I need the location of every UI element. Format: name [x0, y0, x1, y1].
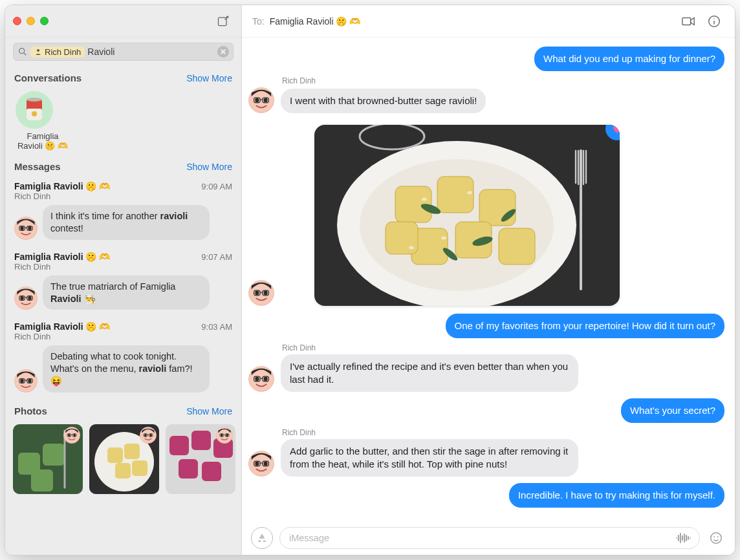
fullscreen-window-button[interactable]: [40, 17, 49, 25]
svg-point-51: [37, 49, 39, 52]
photo-result[interactable]: [89, 424, 159, 494]
message-time: 9:07 AM: [201, 252, 232, 262]
close-window-button[interactable]: [13, 17, 21, 25]
conversation-header: To: Famiglia Ravioli 🤫 🫶: [242, 5, 735, 38]
sender-avatar[interactable]: [248, 366, 274, 392]
group-avatar: [16, 91, 53, 129]
person-icon: [34, 48, 42, 56]
app-store-icon: [256, 532, 268, 544]
message-sender: Rich Dinh: [14, 332, 110, 341]
compose-bar: [242, 520, 735, 555]
svg-point-61: [713, 18, 714, 19]
messages-heading: Messages: [14, 161, 61, 172]
messages-window: Rich Dinh Conversations Show More: [5, 5, 735, 555]
to-label: To:: [252, 16, 265, 27]
svg-point-73: [713, 536, 715, 537]
emoji-picker-button[interactable]: [706, 528, 726, 548]
clear-search-button[interactable]: [217, 46, 229, 58]
svg-line-50: [24, 53, 26, 55]
facetime-button[interactable]: [678, 11, 699, 32]
messages-show-more[interactable]: Show More: [186, 162, 232, 172]
svg-point-57: [32, 111, 37, 116]
to-recipients[interactable]: Famiglia Ravioli 🤫 🫶: [270, 16, 361, 27]
svg-point-56: [27, 98, 42, 102]
conversations-show-more[interactable]: Show More: [186, 73, 232, 83]
compose-field[interactable]: [279, 527, 700, 549]
search-chip-label: Rich Dinh: [45, 47, 81, 57]
sidebar: Rich Dinh Conversations Show More: [5, 5, 242, 555]
incoming-message[interactable]: Add garlic to the butter, and then stir …: [281, 439, 578, 477]
svg-rect-58: [682, 17, 691, 25]
incoming-message[interactable]: I went with that browned-butter sage rav…: [281, 89, 486, 113]
sender-avatar[interactable]: [248, 451, 274, 477]
message-input[interactable]: [289, 533, 673, 543]
message-time: 9:03 AM: [201, 322, 232, 332]
message-result[interactable]: Famiglia Ravioli 🤫 🫶 Rich Dinh 9:09 AM I…: [13, 176, 234, 246]
incoming-sender-name: Rich Dinh: [282, 343, 316, 352]
outgoing-message[interactable]: Incredible. I have to try making this fo…: [509, 483, 724, 508]
details-button[interactable]: [704, 11, 724, 32]
svg-point-74: [717, 536, 719, 537]
outgoing-message[interactable]: One of my favorites from your repertoire…: [446, 314, 725, 338]
sender-avatar: [63, 427, 80, 444]
search-input[interactable]: [87, 47, 217, 57]
message-sender: Rich Dinh: [14, 262, 110, 272]
sender-avatar: [140, 427, 157, 444]
minimize-window-button[interactable]: [27, 17, 35, 25]
incoming-sender-name: Rich Dinh: [282, 428, 316, 437]
message-thread-name: Famiglia Ravioli 🤫 🫶: [14, 181, 110, 191]
new-message-button[interactable]: [213, 11, 234, 32]
message-result[interactable]: Famiglia Ravioli 🤫 🫶 Rich Dinh 9:07 AM T…: [13, 246, 234, 317]
photo-result[interactable]: [13, 424, 83, 494]
sender-avatar: [14, 217, 38, 240]
sender-avatar[interactable]: [248, 280, 274, 306]
sender-avatar[interactable]: [248, 87, 274, 113]
sender-avatar: [14, 369, 38, 393]
titlebar: [5, 5, 241, 38]
message-preview: Debating what to cook tonight. What's on…: [43, 345, 210, 393]
window-controls: [13, 17, 49, 25]
incoming-message[interactable]: I've actually refined the recipe and it'…: [281, 354, 578, 392]
search-field[interactable]: Rich Dinh: [13, 43, 234, 61]
sender-avatar: [216, 427, 233, 444]
message-result[interactable]: Famiglia Ravioli 🤫 🫶 Rich Dinh 9:03 AM D…: [13, 316, 234, 399]
photos-show-more[interactable]: Show More: [186, 406, 232, 416]
message-thread-name: Famiglia Ravioli 🤫 🫶: [14, 321, 110, 332]
soup-can-icon: [25, 97, 43, 123]
svg-point-49: [19, 48, 25, 54]
outgoing-message[interactable]: What's your secret?: [621, 398, 724, 423]
search-icon: [17, 47, 28, 57]
outgoing-message[interactable]: What did you end up making for dinner?: [534, 47, 724, 71]
incoming-sender-name: Rich Dinh: [282, 76, 316, 85]
apps-button[interactable]: [251, 527, 273, 549]
svg-point-72: [711, 532, 722, 543]
message-time: 9:09 AM: [201, 182, 232, 191]
message-thread-name: Famiglia Ravioli 🤫 🫶: [14, 252, 110, 262]
sender-avatar: [14, 286, 38, 310]
photo-result[interactable]: [166, 424, 235, 494]
message-sender: Rich Dinh: [14, 191, 110, 201]
conversation-item[interactable]: Famiglia Ravioli 🤫 🫶: [13, 87, 234, 155]
photos-heading: Photos: [14, 405, 47, 416]
image-attachment[interactable]: [314, 125, 620, 306]
message-transcript[interactable]: What did you end up making for dinner? R…: [242, 38, 735, 520]
conversation-label: Famiglia Ravioli 🤫 🫶: [16, 131, 70, 151]
audio-message-button[interactable]: [673, 528, 693, 548]
message-preview: I think it's time for another ravioli co…: [43, 205, 210, 240]
conversation-pane: To: Famiglia Ravioli 🤫 🫶 What did you en…: [242, 5, 735, 555]
search-filter-chip[interactable]: Rich Dinh: [30, 47, 85, 58]
svg-rect-62: [258, 540, 261, 541]
message-preview: The true matriarch of Famiglia Ravioli 👨…: [43, 275, 210, 310]
svg-rect-63: [263, 540, 267, 541]
conversations-heading: Conversations: [14, 72, 82, 83]
